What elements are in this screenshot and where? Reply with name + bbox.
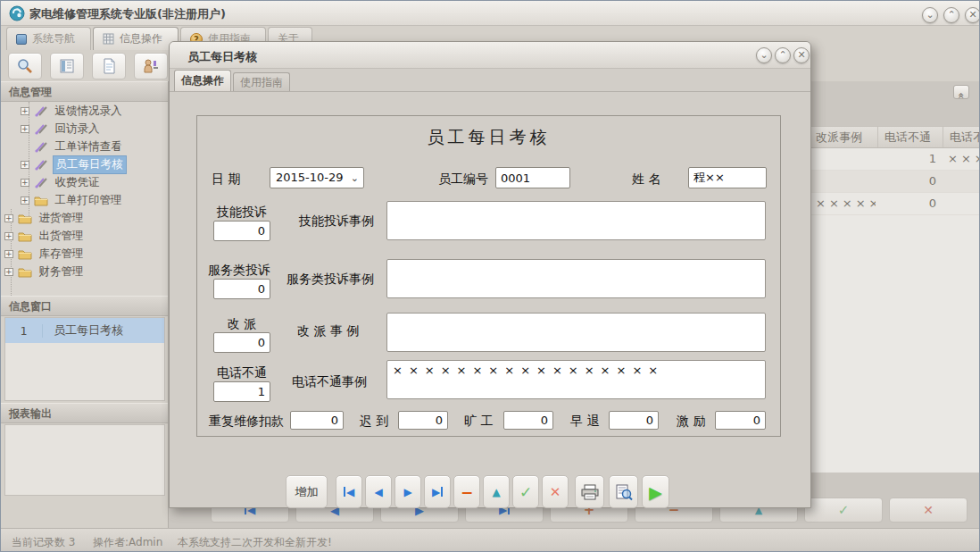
column-header-phone-unreachable[interactable]: 电话不通 [877, 127, 943, 148]
tools-icon [34, 140, 49, 154]
delete-record-button[interactable]: − [453, 475, 480, 508]
tree-item-purchase-mgmt[interactable]: + 进货管理 [1, 209, 168, 227]
prev-record-button[interactable]: ◀ [365, 475, 392, 508]
early-leave-label: 早 退 [570, 414, 599, 430]
tree-expander-icon[interactable]: + [4, 214, 13, 222]
tree-item-print-mgmt[interactable]: + 工单打印管理 [1, 191, 168, 209]
next-record-button[interactable]: ▶ [394, 475, 421, 508]
emp-no-label: 员工编号 [438, 171, 488, 188]
column-header-phone-case[interactable]: 电话不通事例 [943, 127, 980, 148]
repeat-repair-deduct-field[interactable] [290, 411, 344, 430]
close-icon[interactable]: ✕ [965, 7, 980, 23]
user-chart-icon [142, 57, 160, 75]
print-button[interactable] [575, 475, 604, 508]
column-header-reassign-case[interactable]: 改派事例 [809, 127, 877, 148]
emp-no-field[interactable] [495, 167, 570, 188]
search-tool-button[interactable] [8, 53, 42, 79]
early-leave-field[interactable] [609, 411, 659, 430]
late-field[interactable] [398, 411, 448, 430]
folder-icon [18, 265, 33, 279]
reassign-case-field[interactable] [386, 313, 766, 352]
form-view-button[interactable] [50, 53, 84, 79]
tree-expander-icon[interactable]: + [21, 107, 29, 115]
tree-item-ship-mgmt[interactable]: + 出货管理 [1, 227, 168, 245]
incentive-label: 激 励 [677, 414, 705, 430]
next-record-icon: ▶ [403, 486, 411, 498]
tab-info-operate[interactable]: 信息操作 [93, 27, 179, 50]
tree-expander-icon[interactable]: + [21, 161, 29, 169]
service-complaint-field[interactable] [213, 279, 270, 299]
date-select[interactable]: 2015-10-29 ⌄ [270, 167, 364, 188]
absenteeism-field[interactable] [503, 411, 553, 430]
last-record-button[interactable]: ▶ [424, 475, 451, 508]
print-preview-icon [614, 483, 634, 501]
last-record-icon: ▶ [432, 486, 440, 498]
tree-item-daily-assess[interactable]: + 员工每日考核 [1, 155, 168, 173]
dialog-titlebar[interactable]: 员工每日考核 ⌄ ⌃ ✕ [170, 42, 810, 69]
confirm-button[interactable]: ✓ [512, 475, 539, 508]
print-preview-button[interactable] [609, 475, 638, 508]
cancel-button[interactable]: ✕ [542, 475, 569, 508]
skill-case-field[interactable] [386, 201, 766, 240]
skill-complaint-field[interactable] [213, 221, 270, 241]
phone-case-field[interactable] [386, 360, 766, 399]
repeat-repair-deduct-label: 重复维修扣款 [209, 414, 284, 430]
first-record-button[interactable]: ◀ [336, 475, 362, 508]
edit-record-button[interactable]: ▲ [483, 475, 510, 508]
document-button[interactable] [92, 53, 126, 79]
grid-cell [943, 171, 980, 193]
name-label: 姓 名 [632, 171, 660, 188]
dialog-tab-info-operate[interactable]: 信息操作 [174, 70, 231, 91]
tools-icon [34, 105, 49, 118]
info-window-row[interactable]: 1 员工每日考核 [5, 318, 164, 343]
tools-icon [34, 176, 49, 189]
tree-expander-icon[interactable]: + [4, 232, 13, 240]
window-titlebar[interactable]: 家电维修管理系统专业版(非注册用户) ⌄ ⌃ ✕ [1, 1, 980, 26]
dialog-minimize-icon[interactable]: ⌄ [756, 47, 772, 63]
bg-cancel-button[interactable]: ✕ [889, 498, 968, 523]
grid-cell: ××× [943, 148, 980, 171]
incentive-field[interactable] [715, 411, 766, 430]
dialog-maximize-icon[interactable]: ⌃ [775, 47, 791, 63]
tree-expander-icon[interactable]: + [21, 197, 29, 205]
cancel-icon: ✕ [923, 503, 934, 517]
user-report-button[interactable] [134, 53, 168, 79]
tree-expander-icon[interactable]: + [4, 268, 13, 276]
tree-item-finance-mgmt[interactable]: + 财务管理 [1, 263, 168, 280]
status-message-text: 本系统支持二次开发和全新开发! [178, 535, 332, 550]
tree-item-stock-mgmt[interactable]: + 库存管理 [1, 245, 168, 263]
collapse-panel-button[interactable]: « [953, 85, 969, 99]
folder-icon [18, 247, 33, 261]
reassign-case-label: 改 派 事 例 [297, 323, 359, 339]
dialog-tab-divider [170, 91, 810, 92]
cancel-icon: ✕ [550, 484, 561, 500]
minimize-icon[interactable]: ⌄ [922, 7, 938, 23]
bg-confirm-button[interactable]: ✓ [804, 498, 883, 523]
service-case-field[interactable] [386, 259, 766, 298]
tree-item-callback-entry[interactable]: + 回访录入 [1, 120, 168, 138]
tree-item-feedback-entry[interactable]: + 返馈情况录入 [1, 102, 168, 120]
search-icon [16, 57, 34, 75]
reassign-field[interactable] [213, 332, 270, 353]
tab-system-nav[interactable]: 系统导航 [6, 27, 91, 50]
section-header-info-window[interactable]: 信息窗口 [1, 296, 168, 316]
dialog-close-icon[interactable]: ✕ [793, 47, 810, 63]
tree-expander-icon[interactable]: + [21, 125, 29, 133]
report-output-panel [4, 424, 165, 496]
tree-expander-icon[interactable]: + [21, 179, 29, 187]
tree-item-workorder-detail[interactable]: + 工单详情查看 [1, 138, 168, 155]
add-button[interactable]: 增加 [286, 475, 328, 508]
form-icon [58, 57, 76, 75]
maximize-icon[interactable]: ⌃ [943, 7, 959, 23]
absenteeism-label: 旷 工 [464, 414, 493, 430]
tree-item-fee-voucher[interactable]: + 收费凭证 [1, 173, 168, 191]
section-header-report-output[interactable]: 报表输出 [1, 403, 168, 423]
tree-expander-icon[interactable]: + [4, 250, 13, 258]
prev-record-icon: ◀ [374, 486, 382, 498]
phone-unreachable-field[interactable] [213, 381, 270, 402]
folder-icon [18, 230, 33, 243]
run-button[interactable]: ▶ [642, 475, 669, 508]
section-header-info-mgmt[interactable]: 信息管理 [1, 81, 168, 102]
dialog-tab-user-guide[interactable]: 使用指南 [233, 72, 290, 91]
name-field[interactable] [688, 167, 767, 188]
